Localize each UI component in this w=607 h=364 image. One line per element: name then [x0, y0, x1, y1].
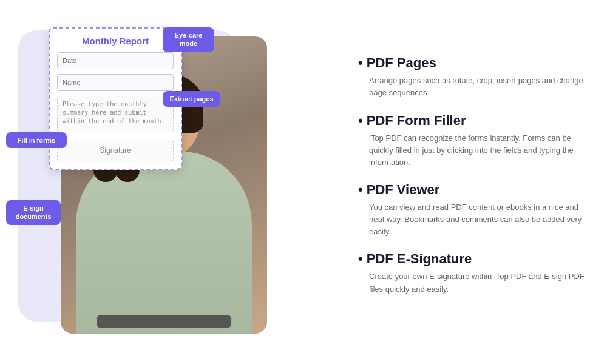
pdf-form-overlay: Monthly Report Please type the monthly s… — [49, 27, 182, 170]
bullet-icon: • — [358, 55, 363, 71]
bullet-icon: • — [358, 113, 363, 129]
eye-care-badge[interactable]: Eye-care mode — [163, 27, 214, 52]
feature-pdf-viewer: • PDF Viewer You can view and read PDF c… — [358, 182, 595, 238]
feature-esignature-desc: Create your own E-signature within iTop … — [358, 271, 595, 295]
extract-pages-badge[interactable]: Extract pages — [163, 91, 220, 107]
feature-esignature: • PDF E-Signature Create your own E-sign… — [358, 251, 595, 295]
right-panel: • PDF Pages Arrange pages such as rotate… — [352, 55, 595, 308]
feature-pdf-pages: • PDF Pages Arrange pages such as rotate… — [358, 55, 595, 99]
feature-form-filler-title: • PDF Form Filler — [358, 113, 595, 129]
esign-badge[interactable]: E-sign documents — [6, 200, 61, 225]
signature-box: Signature — [57, 140, 174, 161]
feature-pdf-pages-desc: Arrange pages such as rotate, crop, inse… — [358, 75, 595, 99]
feature-form-filler-desc: iTop PDF can recognize the forms instant… — [358, 132, 595, 169]
main-container: Monthly Report Please type the monthly s… — [12, 12, 595, 352]
summary-textarea: Please type the monthly summary here and… — [57, 96, 174, 132]
feature-pdf-viewer-title: • PDF Viewer — [358, 182, 595, 198]
feature-esignature-title: • PDF E-Signature — [358, 251, 595, 267]
form-title: Monthly Report — [57, 36, 174, 46]
feature-pdf-viewer-desc: You can view and read PDF content or ebo… — [358, 201, 595, 238]
name-input[interactable] — [57, 74, 174, 91]
fill-forms-badge[interactable]: Fill in forms — [6, 132, 67, 148]
feature-form-filler: • PDF Form Filler iTop PDF can recognize… — [358, 113, 595, 169]
date-input[interactable] — [57, 52, 174, 69]
bullet-icon: • — [358, 182, 363, 198]
feature-pdf-pages-title: • PDF Pages — [358, 55, 595, 71]
left-panel: Monthly Report Please type the monthly s… — [12, 18, 328, 346]
laptop — [97, 315, 231, 328]
bullet-icon: • — [358, 251, 363, 267]
